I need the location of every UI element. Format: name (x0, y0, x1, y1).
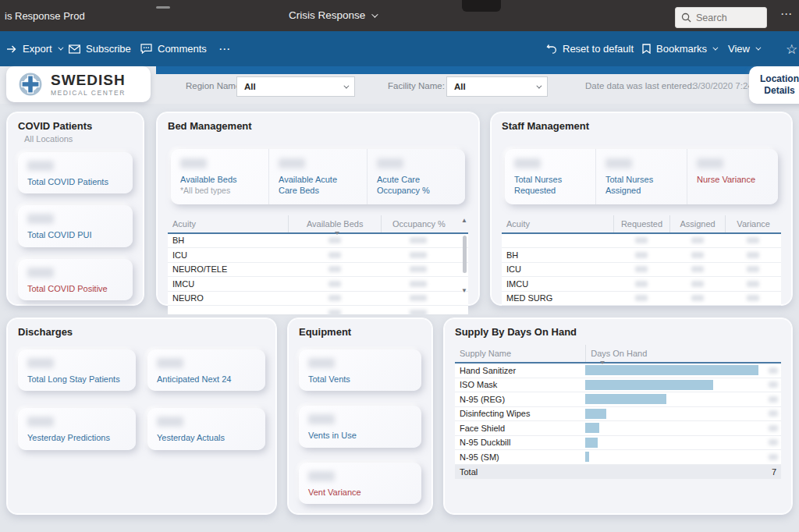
location-details-tab[interactable]: Location Details (749, 66, 799, 104)
occupancy-cell (381, 310, 456, 314)
reset-to-default-button[interactable]: Reset to default (546, 31, 634, 66)
facility-filter-label: Facility Name: (388, 81, 445, 90)
days-on-hand-value-redacted (758, 367, 781, 374)
search-input[interactable] (696, 12, 758, 23)
supply-table-row[interactable]: Disinfecting Wipes (455, 407, 781, 422)
kpi-value-redacted (308, 358, 335, 368)
staff-table-row[interactable]: MED SURG (502, 292, 781, 307)
region-filter-label: Region Name: (186, 81, 243, 90)
kpi-tile[interactable]: Available Acute Care Beds (268, 149, 367, 204)
supply-table-row[interactable]: N-95 (REG) (455, 392, 781, 407)
comments-button[interactable]: Comments (140, 31, 207, 66)
comments-label: Comments (158, 43, 207, 55)
kpi-tile[interactable]: Total Long Stay Patients (18, 349, 136, 391)
kpi-value-redacted (27, 268, 54, 278)
days-on-hand-value-redacted (758, 425, 781, 431)
discharges-card: Discharges Total Long Stay PatientsAntic… (6, 317, 277, 515)
kpi-tile[interactable]: Acute Care Occupancy % (367, 149, 465, 204)
kpi-tile[interactable]: Vent Variance (299, 463, 421, 504)
supply-table-header[interactable]: Supply Name Days On Hand (455, 345, 781, 362)
kpi-tile[interactable]: Total Vents (299, 349, 421, 391)
supply-table-row[interactable]: N-95 (SM) (455, 450, 781, 465)
drag-handle[interactable] (156, 6, 170, 9)
covid-patients-card: COVID Patients All Locations Total COVID… (6, 112, 144, 306)
kpi-tile[interactable]: Available Beds*All bed types (171, 149, 268, 204)
card-title: COVID Patients (18, 120, 133, 132)
staff-management-card: Staff Management Total Nurses RequestedT… (490, 112, 793, 306)
supply-name-cell: N-95 Duckbill (455, 438, 585, 447)
bed-table-row[interactable]: IMCU (168, 277, 468, 292)
staff-table-body: BHICUIMCUMED SURG (502, 234, 781, 307)
bed-table-row[interactable] (168, 306, 468, 314)
card-title: Bed Management (168, 120, 468, 132)
total-label: Total (460, 467, 478, 477)
staff-table-row[interactable]: IMCU (502, 277, 781, 292)
kpi-label: Total COVID Positive (27, 283, 123, 294)
supply-table-row[interactable]: Hand Sanitizer (455, 364, 781, 378)
staff-table-row[interactable]: BH (502, 248, 781, 263)
region-filter-dropdown[interactable]: All (236, 76, 355, 97)
bookmarks-button[interactable]: Bookmarks (642, 31, 716, 66)
kpi-tile[interactable]: Yesterday Predictions (18, 408, 136, 449)
search-box[interactable] (675, 7, 767, 28)
card-title: Equipment (299, 326, 421, 338)
variance-cell (725, 237, 781, 243)
bed-table-scrollbar[interactable]: ▲ ▼ (460, 215, 468, 314)
available-beds-cell (288, 295, 381, 301)
kpi-value-redacted (308, 471, 335, 481)
days-on-hand-bar (585, 452, 758, 462)
kpi-tile[interactable]: Yesterday Actuals (147, 408, 265, 449)
scrollbar-thumb[interactable] (463, 236, 467, 273)
assigned-cell (669, 266, 726, 272)
supply-table-row[interactable]: ISO Mask (455, 378, 781, 393)
kpi-tile[interactable]: Nurse Variance (687, 149, 778, 204)
available-beds-cell (288, 252, 381, 258)
card-title: Discharges (18, 326, 265, 338)
report-selector[interactable]: Crisis Response (289, 9, 376, 21)
undo-icon (546, 44, 557, 54)
kpi-label: Available Acute Care Beds (279, 174, 357, 197)
supply-table-row[interactable]: Face Shield (455, 421, 781, 436)
days-on-hand-bar (585, 394, 758, 404)
staff-table-row[interactable] (502, 234, 781, 249)
equipment-kpi-list: Total VentsVents in UseVent Variance (299, 349, 421, 504)
sort-descending-icon[interactable] (600, 361, 605, 364)
favorite-star-icon[interactable]: ☆ (786, 31, 797, 66)
more-options-icon[interactable]: ⋯ (780, 7, 793, 21)
export-button[interactable]: Export (6, 31, 62, 66)
scroll-up-icon[interactable]: ▲ (460, 217, 468, 225)
occupancy-cell (381, 281, 456, 287)
kpi-tile[interactable]: Total COVID PUI (18, 205, 133, 246)
sort-descending-icon[interactable] (335, 232, 339, 235)
bed-table-row[interactable]: ICU (168, 248, 468, 263)
filter-bar: SWEDISH MEDICAL CENTER Region Name: All … (0, 66, 799, 104)
covid-kpi-list: Total COVID PatientsTotal COVID PUITotal… (18, 152, 133, 300)
requested-cell (613, 237, 669, 243)
occupancy-cell (381, 237, 456, 243)
kpi-tile[interactable]: Total Nurses Requested (505, 149, 595, 204)
bed-table-header[interactable]: Acuity Available Beds Occupancy % (168, 215, 468, 232)
staff-table-row[interactable]: ICU (502, 263, 781, 278)
kpi-label: Total Nurses Assigned (605, 174, 677, 197)
toolbar-more-icon[interactable]: ⋯ (218, 31, 231, 66)
scroll-down-icon[interactable]: ▼ (460, 287, 468, 295)
search-icon (681, 12, 691, 23)
kpi-tile[interactable]: Total Nurses Assigned (595, 149, 687, 204)
bed-table-row[interactable]: BH (168, 234, 468, 249)
kpi-tile[interactable]: Total COVID Patients (18, 152, 133, 193)
export-label: Export (23, 43, 52, 55)
kpi-tile[interactable]: Total COVID Positive (18, 259, 133, 300)
kpi-tile[interactable]: Anticipated Next 24 (147, 349, 265, 391)
subscribe-button[interactable]: Subscribe (69, 31, 131, 66)
supply-table-row[interactable]: N-95 Duckbill (455, 436, 781, 451)
supply-total-row: Total 7 (455, 465, 781, 479)
kpi-tile[interactable]: Vents in Use (299, 406, 421, 447)
facility-filter-dropdown[interactable]: All (446, 76, 548, 97)
requested-cell (613, 281, 669, 287)
bed-table-row[interactable]: NEURO (168, 292, 468, 307)
hospital-logo: SWEDISH MEDICAL CENTER (6, 66, 151, 102)
bed-table-row[interactable]: NEURO/TELE (168, 263, 468, 278)
staff-table-header[interactable]: Acuity Requested Assigned Variance (502, 215, 781, 232)
view-button[interactable]: View (728, 31, 759, 66)
location-details-line1: Location (760, 73, 799, 85)
